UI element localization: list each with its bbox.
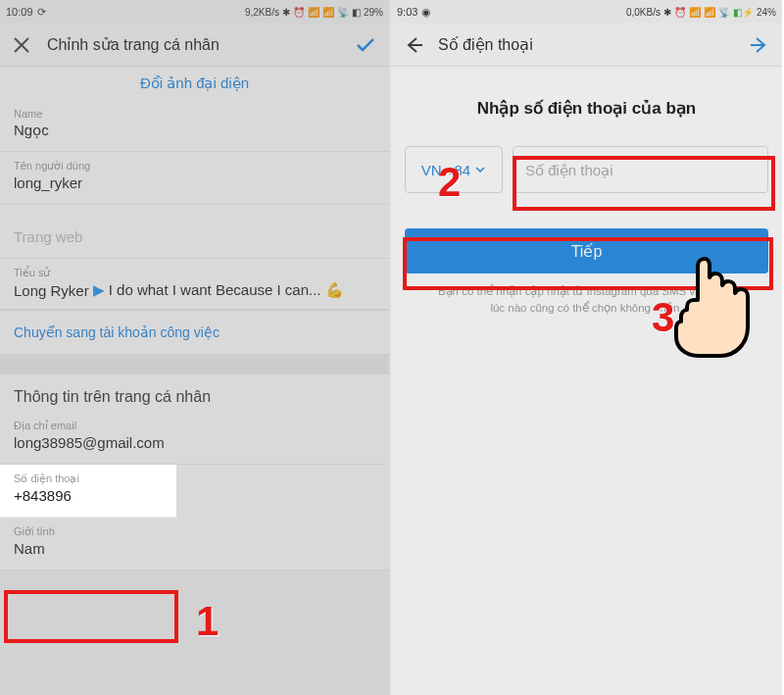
change-photo-link[interactable]: Đổi ảnh đại diện	[0, 67, 389, 100]
phone-label: Số điện thoại	[14, 472, 163, 485]
bluetooth-icon: ✱	[663, 7, 671, 18]
app-icon: ◉	[421, 6, 431, 19]
email-value: long38985@gmail.com	[14, 434, 375, 454]
status-time: 9:03	[397, 6, 417, 18]
phone-header: Số điện thoại	[391, 24, 782, 67]
header-title: Chỉnh sửa trang cá nhân	[41, 35, 348, 54]
signal-icon: 📶	[322, 7, 334, 18]
website-label: Trang web	[14, 228, 375, 248]
confirm-icon[interactable]	[348, 33, 377, 57]
status-time: 10:09	[6, 6, 33, 18]
step-1-highlight	[4, 590, 178, 643]
bio-field[interactable]: Tiểu sử Long Ryker ▶ I do what I want Be…	[0, 259, 389, 310]
name-label: Name	[14, 108, 375, 120]
switch-business-link[interactable]: Chuyển sang tài khoản công việc	[0, 310, 389, 355]
signal-icon: 📶	[704, 7, 715, 18]
close-icon[interactable]	[12, 35, 41, 55]
header-title: Số điện thoại	[432, 35, 741, 54]
status-battery: 29%	[364, 7, 383, 18]
bio-name: Long Ryker	[14, 282, 89, 299]
back-icon[interactable]	[403, 34, 432, 56]
gender-label: Giới tính	[14, 525, 375, 538]
battery-charging-icon: ◧⚡	[733, 7, 754, 18]
bluetooth-icon: ✱	[282, 7, 290, 18]
status-bar: 9:03 ◉ 0,0KB/s ✱ ⏰ 📶 📶 📡 ◧⚡ 24%	[391, 0, 782, 24]
username-field[interactable]: Tên người dùng long_ryker	[0, 152, 389, 205]
step-1-number: 1	[196, 598, 219, 645]
username-value: long_ryker	[14, 174, 375, 194]
signal-icon: 📶	[689, 7, 701, 18]
phone-value: +843896	[14, 487, 163, 507]
hand-pointer-icon	[667, 253, 761, 365]
profile-info-title: Thông tin trên trang cá nhân	[0, 374, 389, 412]
signal-icon: 📶	[308, 7, 319, 18]
alarm-icon: ⏰	[674, 7, 686, 18]
gender-field[interactable]: Giới tính Nam	[0, 518, 389, 571]
status-bar: 10:09 ⟳ 9,2KB/s ✱ ⏰ 📶 📶 📡 ◧ 29%	[0, 0, 389, 24]
edit-profile-header: Chỉnh sửa trang cá nhân	[0, 24, 389, 67]
status-battery: 24%	[757, 7, 776, 18]
bio-text: I do what I want Because I can... 💪	[109, 281, 344, 299]
name-field[interactable]: Name Ngọc	[0, 100, 389, 152]
forward-icon[interactable]	[741, 34, 770, 56]
phone-field[interactable]: Số điện thoại +843896	[0, 465, 176, 518]
status-speed: 9,2KB/s	[245, 7, 279, 18]
gender-value: Nam	[14, 540, 375, 560]
enter-phone-heading: Nhập số điện thoại của bạn	[391, 98, 782, 119]
status-speed: 0,0KB/s	[626, 7, 661, 18]
step-2-number: 2	[438, 159, 461, 206]
website-field[interactable]: Trang web	[0, 205, 389, 259]
alarm-icon: ⏰	[293, 7, 305, 18]
wifi-icon: 📡	[718, 7, 730, 18]
chevron-down-icon	[474, 164, 486, 175]
email-label: Địa chỉ email	[14, 420, 375, 432]
sync-icon: ⟳	[37, 6, 46, 19]
email-field[interactable]: Địa chỉ email long38985@gmail.com	[0, 412, 389, 465]
username-label: Tên người dùng	[14, 160, 375, 173]
bio-label: Tiểu sử	[14, 267, 375, 279]
play-icon: ▶	[93, 281, 105, 299]
wifi-icon: 📡	[337, 7, 349, 18]
phone-input[interactable]	[513, 146, 768, 193]
battery-icon: ◧	[352, 7, 361, 18]
name-value: Ngọc	[14, 122, 375, 141]
